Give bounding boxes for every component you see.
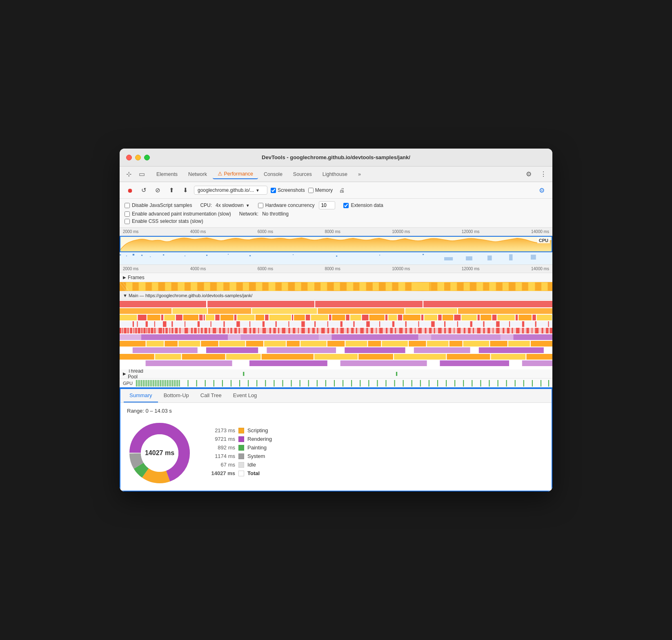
net-overview[interactable] [120, 252, 552, 264]
main-section-header[interactable]: ▼ Main — https://googlechrome.github.io/… [120, 291, 552, 300]
svg-rect-242 [379, 328, 383, 333]
svg-rect-396 [541, 380, 541, 387]
svg-rect-61 [392, 282, 398, 291]
memory-checkbox[interactable] [308, 188, 314, 193]
enable-paint-checkbox[interactable] [125, 211, 130, 217]
svg-rect-282 [431, 334, 501, 340]
svg-rect-253 [434, 328, 435, 333]
clear-button[interactable]: ⊘ [152, 185, 163, 196]
screenshots-toggle[interactable]: Screenshots [271, 187, 305, 193]
svg-rect-279 [141, 334, 228, 340]
thread-pool-arrow-icon: ▶ [123, 371, 126, 376]
tab-sources[interactable]: Sources [288, 170, 317, 179]
extension-data-checkbox[interactable] [343, 203, 349, 208]
url-bar[interactable]: googlechrome.github.io/... ▼ [194, 186, 267, 195]
svg-rect-112 [265, 315, 268, 320]
enable-css-selector-setting[interactable]: Enable CSS selector stats (slow) [125, 218, 203, 224]
svg-rect-166 [405, 321, 407, 327]
svg-rect-339 [153, 380, 154, 387]
traffic-lights [126, 155, 150, 160]
svg-rect-159 [314, 321, 316, 327]
tab-elements[interactable]: Elements [151, 170, 182, 179]
bottom-panel: Summary Bottom-Up Call Tree Event Log Ra… [120, 388, 552, 491]
svg-rect-151 [211, 321, 211, 327]
tab-bottom-up[interactable]: Bottom-Up [158, 389, 195, 402]
svg-rect-271 [522, 328, 524, 333]
svg-rect-169 [444, 321, 445, 327]
svg-rect-37 [236, 282, 243, 291]
tab-console[interactable]: Console [259, 170, 287, 179]
svg-rect-1 [126, 256, 127, 256]
svg-rect-83 [548, 282, 552, 291]
svg-rect-33 [211, 282, 217, 291]
hw-concurrency-input[interactable] [319, 201, 335, 209]
tab-performance[interactable]: ⚠ Performance [213, 169, 258, 179]
disable-js-checkbox[interactable] [125, 203, 130, 208]
minimize-button[interactable] [135, 155, 141, 160]
svg-rect-121 [350, 315, 361, 320]
disable-js-samples-setting[interactable]: Disable JavaScript samples [125, 202, 192, 208]
svg-rect-310 [479, 347, 544, 353]
cpu-overview[interactable]: CPU [120, 236, 552, 252]
thread-pool-header[interactable]: ▶ Thread Pool [120, 369, 552, 378]
svg-rect-146 [154, 321, 155, 327]
svg-rect-324 [340, 360, 427, 366]
maximize-button[interactable] [144, 155, 150, 160]
inspect-icon[interactable]: ⊹ [123, 169, 134, 180]
more-options-icon[interactable]: ⋮ [538, 169, 549, 180]
download-button[interactable]: ⬇ [180, 185, 191, 196]
reload-button[interactable]: ↺ [138, 185, 149, 196]
svg-rect-359 [222, 380, 223, 387]
legend-system: 1174 ms System [209, 453, 272, 459]
svg-rect-154 [249, 321, 250, 327]
flame-tracks[interactable] [120, 300, 552, 369]
tab-lighthouse[interactable]: Lighthouse [318, 170, 352, 179]
screenshots-checkbox[interactable] [271, 188, 276, 193]
record-button[interactable]: ⏺ [125, 185, 135, 196]
svg-rect-38 [243, 282, 249, 291]
svg-rect-96 [458, 308, 552, 314]
enable-paint-setting[interactable]: Enable advanced paint instrumentation (s… [125, 211, 231, 217]
svg-rect-287 [178, 341, 200, 347]
svg-rect-316 [314, 354, 358, 360]
svg-rect-171 [470, 321, 472, 327]
extension-data-setting[interactable]: Extension data [343, 202, 383, 208]
svg-rect-288 [201, 341, 218, 347]
hw-concurrency-label: Hardware concurrency [265, 202, 315, 208]
timeline-overview[interactable]: 2000 ms 4000 ms 6000 ms 8000 ms 10000 ms… [120, 228, 552, 265]
svg-rect-191 [151, 328, 153, 333]
svg-rect-139 [518, 315, 532, 320]
total-label: Total [247, 470, 260, 476]
close-button[interactable] [126, 155, 132, 160]
svg-rect-244 [390, 328, 393, 333]
svg-rect-249 [415, 328, 416, 333]
css-selector-checkbox[interactable] [125, 219, 130, 224]
upload-button[interactable]: ⬆ [166, 185, 177, 196]
settings-row-3: Enable CSS selector stats (slow) [125, 218, 547, 224]
hardware-concurrency-setting[interactable]: Hardware concurrency [258, 201, 336, 209]
timeline-ruler-top: 2000 ms 4000 ms 6000 ms 8000 ms 10000 ms… [120, 228, 552, 236]
settings-gear-icon[interactable]: ⚙ [523, 169, 534, 180]
tab-call-tree[interactable]: Call Tree [195, 389, 227, 402]
settings-blue-icon[interactable]: ⚙ [536, 184, 547, 196]
cpu-dropdown-icon[interactable]: ▼ [246, 203, 250, 208]
svg-rect-375 [360, 380, 360, 387]
memory-toggle[interactable]: Memory [308, 187, 333, 193]
network-throttle-setting: Network: No throttling [239, 211, 289, 217]
svg-rect-68 [451, 282, 457, 291]
hw-concurrency-checkbox[interactable] [258, 203, 263, 208]
frames-section-header[interactable]: ▶ Frames [120, 273, 552, 282]
svg-rect-67 [444, 282, 450, 291]
device-toolbar-icon[interactable]: ▭ [136, 169, 147, 180]
svg-rect-7 [206, 255, 207, 256]
scripting-value: 2173 ms [209, 427, 235, 433]
tab-event-log[interactable]: Event Log [227, 389, 263, 402]
tab-summary[interactable]: Summary [124, 389, 158, 402]
flame-chart-area[interactable]: 2000 ms 4000 ms 6000 ms 8000 ms 10000 ms… [120, 265, 552, 388]
url-dropdown-icon[interactable]: ▼ [256, 188, 260, 193]
svg-rect-192 [154, 328, 156, 333]
memory-icon[interactable]: 🖨 [336, 184, 347, 196]
svg-rect-56 [360, 282, 366, 291]
tab-more[interactable]: » [353, 170, 366, 179]
tab-network[interactable]: Network [183, 170, 212, 179]
